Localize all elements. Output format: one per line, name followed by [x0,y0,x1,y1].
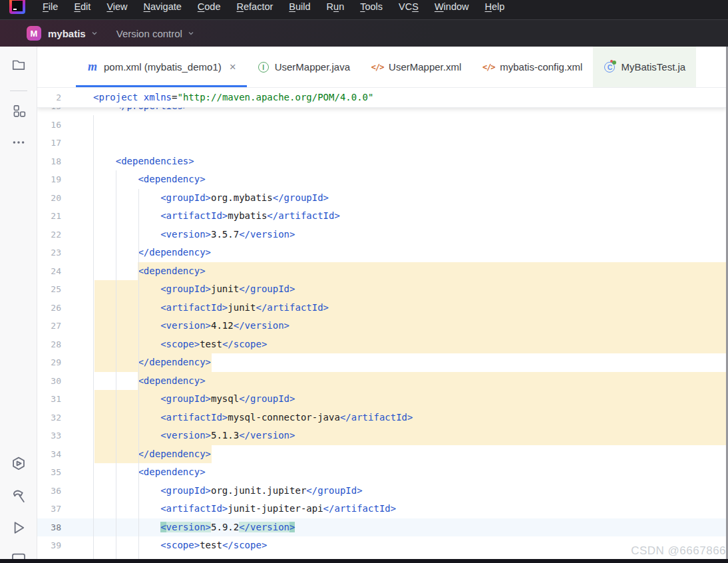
code-line-33[interactable]: 33 <version>5.1.3</version> [37,427,726,445]
run-tool-window-button[interactable] [10,519,27,536]
code-line-21[interactable]: 21 <artifactId>mybatis</artifactId> [37,207,726,226]
code-line-32[interactable]: 32 <artifactId>mysql-connector-java</art… [37,409,726,427]
code-line-29[interactable]: 29 </dependency> [37,353,726,372]
code-line-35[interactable]: 35 <dependency> [37,463,726,482]
build-tool-window-button[interactable] [10,487,27,504]
line-number: 29 [37,357,75,367]
menu-refactor[interactable]: Refactor [229,0,281,16]
ellipsis-icon [11,135,26,150]
bottom-window-edge [0,559,728,563]
tool-window-stripe [0,47,37,559]
structure-icon [11,103,26,118]
main-toolbar: M mybatis Version control [0,20,728,47]
tab-mybatistest-ja[interactable]: CMyBatisTest.ja [593,47,696,87]
code-line-23[interactable]: 23 </dependency> [37,244,726,262]
code-line-34[interactable]: 34 </dependency> [37,445,726,464]
menu-help[interactable]: Help [476,0,512,16]
intellij-logo-dot [13,9,17,10]
menu-items: FileEditViewNavigateCodeRefactorBuildRun… [35,0,512,16]
chevron-down-icon[interactable] [186,29,196,38]
code-line-19[interactable]: 19 <dependency> [37,170,726,189]
terminal-icon [11,552,27,559]
menu-edit[interactable]: Edit [66,0,98,16]
code-line-text: <artifactId>junit-jupiter-api</artifactI… [75,500,726,518]
menu-vcs[interactable]: VCS [391,0,427,16]
code-line-text: <version>5.1.3</version> [75,427,726,445]
code-line-18[interactable]: 18 <dependencies> [37,152,726,171]
code-line-27[interactable]: 27 <version>4.12</version> [37,317,726,335]
line-number: 2 [37,93,75,102]
code-line-text: <scope>test</scope> [75,536,726,555]
chevron-down-icon[interactable] [90,29,99,38]
more-tool-windows-button[interactable] [10,134,27,151]
tab-label: mybatis-config.xml [500,61,582,73]
code-line-20[interactable]: 20 <groupId>org.mybatis</groupId> [37,189,726,208]
code-line-31[interactable]: 31 <groupId>mysql</groupId> [37,390,726,409]
menu-run[interactable]: Run [319,0,353,16]
main-menu-bar: FileEditViewNavigateCodeRefactorBuildRun… [0,0,728,20]
services-tool-window-button[interactable] [10,455,27,472]
line-number: 27 [37,321,75,331]
tab-pom-xml-mybatis-demo1-[interactable]: mpom.xml (mybatis_demo1)× [76,47,247,87]
tab-mybatis-config-xml[interactable]: </>mybatis-config.xml [472,47,593,87]
code-line-36[interactable]: 36 <groupId>org.junit.jupiter</groupId> [37,482,726,500]
vcs-widget[interactable]: Version control [116,28,182,39]
editor-tab-bar: mpom.xml (mybatis_demo1)×IUserMapper.jav… [37,47,726,88]
csdn-watermark: CSDN @66678666 [631,544,726,558]
code-line-text: <groupId>junit</groupId> [75,280,726,299]
code-line-37[interactable]: 37 <artifactId>junit-jupiter-api</artifa… [37,500,726,518]
line-number: 31 [37,394,75,404]
tab-usermapper-xml[interactable]: </>UserMapper.xml [361,47,472,87]
code-line-28[interactable]: 28 <scope>test</scope> [37,335,726,354]
code-line-text: </dependency> [75,244,726,262]
code-line-24[interactable]: 24 <dependency> [37,262,726,281]
code-line-25[interactable]: 25 <groupId>junit</groupId> [37,280,726,299]
tab-label: MyBatisTest.ja [621,61,685,73]
menu-tools[interactable]: Tools [352,0,391,16]
code-editor[interactable]: 15 </properties>161718 <dependencies>19 … [37,88,726,559]
tab-usermapper-java[interactable]: IUserMapper.java [247,47,361,87]
line-number: 32 [37,413,75,423]
code-line-17[interactable]: 17 [37,134,726,152]
project-name-widget[interactable]: mybatis [48,28,86,39]
line-number: 22 [37,230,75,240]
code-line-text: </dependency> [75,353,726,372]
code-line-26[interactable]: 26 <artifactId>junit</artifactId> [37,299,726,317]
code-line-text: <groupId>org.junit.jupiter</groupId> [75,482,726,500]
menu-file[interactable]: File [35,0,66,16]
code-line-text: <dependencies> [75,152,726,171]
line-number: 36 [37,486,75,496]
stripe-divider [10,91,27,91]
tab-label: pom.xml (mybatis_demo1) [104,61,222,73]
project-tool-window-button[interactable] [10,56,27,73]
terminal-tool-window-button[interactable] [10,551,27,559]
structure-tool-window-button[interactable] [10,102,27,119]
code-line-16[interactable]: 16 [37,116,726,134]
test-class-icon: C [604,61,616,73]
menu-navigate[interactable]: Navigate [136,0,190,16]
sticky-header-line[interactable]: 2<project xmlns="http://maven.apache.org… [37,88,726,108]
line-number: 35 [37,467,75,477]
code-line-text: <groupId>mysql</groupId> [75,390,726,409]
code-line-2[interactable]: 2<project xmlns="http://maven.apache.org… [37,89,373,107]
line-number: 16 [37,120,75,130]
menu-code[interactable]: Code [190,0,229,16]
code-line-40[interactable]: 40 </dependency> [37,555,726,560]
menu-view[interactable]: View [98,0,135,16]
project-badge[interactable]: M [27,26,41,41]
xml-file-icon: </> [482,61,494,73]
services-icon [11,456,27,472]
line-number: 18 [37,156,75,166]
line-number: 23 [37,248,75,258]
code-line-30[interactable]: 30 <dependency> [37,372,726,391]
close-tab-icon[interactable]: × [230,61,236,73]
menu-build[interactable]: Build [281,0,318,16]
code-line-22[interactable]: 22 <version>3.5.7</version> [37,226,726,244]
code-line-38[interactable]: 38 <version>5.9.2</version> [37,518,726,537]
menu-window[interactable]: Window [427,0,477,16]
folder-icon [11,57,26,72]
code-line-39[interactable]: 39 <scope>test</scope> [37,536,726,555]
code-line-text: <dependency> [75,262,726,281]
interface-icon: I [258,61,270,73]
code-line-text: <dependency> [75,372,726,391]
